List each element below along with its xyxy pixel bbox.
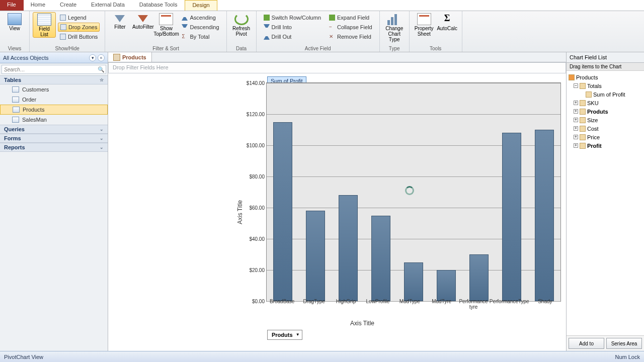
bar-performancetype[interactable] <box>502 133 521 301</box>
field-list-button[interactable]: Field List <box>33 12 56 38</box>
expand-icon[interactable]: + <box>574 143 578 148</box>
y-tick: $60.00 <box>239 205 265 211</box>
descending-icon <box>182 24 188 30</box>
nav-search: 🔍 <box>2 65 106 74</box>
bar-mudtyre[interactable] <box>437 270 456 301</box>
by-total-button[interactable]: ΣBy Total <box>180 32 221 41</box>
cfl-sum-of-profit[interactable]: Sum of Profit <box>568 90 643 99</box>
show-top-icon <box>159 13 173 25</box>
bar-mudtype[interactable] <box>404 262 423 302</box>
cfl-root[interactable]: Products <box>568 73 643 81</box>
y-tick: $0.00 <box>239 299 265 304</box>
show-top-bottom-button[interactable]: Show Top/Bottom <box>154 12 178 37</box>
tab-database-tools[interactable]: Database Tools <box>132 0 185 11</box>
nav-item-customers[interactable]: Customers <box>0 84 108 95</box>
doc-tab-products[interactable]: Products <box>108 52 152 62</box>
y-tick: $20.00 <box>239 267 265 273</box>
filter-drop-zone[interactable]: Drop Filter Fields Here <box>108 62 566 73</box>
by-total-icon: Σ <box>182 34 188 40</box>
nav-header[interactable]: All Access Objects ▾ « <box>0 52 108 63</box>
y-tick: $40.00 <box>239 236 265 242</box>
drill-out-button[interactable]: Drill Out <box>262 32 323 41</box>
switch-row-col-button[interactable]: Switch Row/Column <box>262 13 323 22</box>
bar-performance-tyre[interactable] <box>469 254 489 301</box>
chart-field-list: Chart Field List Drag items to the Chart… <box>566 52 644 351</box>
bar-broadbase[interactable] <box>273 122 292 302</box>
field-icon <box>580 100 586 106</box>
search-icon[interactable]: 🔍 <box>97 65 106 73</box>
bar-highgrip[interactable] <box>339 195 358 301</box>
add-to-button[interactable]: Add to <box>569 338 604 349</box>
nav-dropdown-icon[interactable]: ▾ <box>89 54 96 61</box>
nav-item-products[interactable]: Products <box>0 105 108 115</box>
nav-section-reports[interactable]: Reports⌄ <box>0 143 108 152</box>
expand-field-button[interactable]: Expand Field <box>327 13 374 22</box>
tab-design[interactable]: Design <box>185 0 217 11</box>
legend-toggle[interactable]: Legend <box>58 13 100 22</box>
field-icon <box>580 143 586 149</box>
bar-shady[interactable] <box>535 130 554 301</box>
cfl-field-size[interactable]: +Size <box>568 116 643 124</box>
expand-icon[interactable]: + <box>574 118 578 122</box>
nav-section-forms[interactable]: Forms⌄ <box>0 134 108 143</box>
ascending-button[interactable]: Ascending <box>180 13 221 22</box>
collapse-icon[interactable]: − <box>574 83 578 88</box>
cfl-field-sku[interactable]: +SKU <box>568 99 643 107</box>
cfl-field-produts[interactable]: +Produts <box>568 107 643 116</box>
autocalc-button[interactable]: ΣAutoCalc <box>436 12 459 31</box>
legend-icon <box>60 15 66 21</box>
ribbon: View Views Field List Legend Drop Zones … <box>0 11 644 52</box>
pivot-chart[interactable]: Sum of Profit Axis Title $0.00$20.00$40.… <box>108 73 566 351</box>
chart-type-icon <box>387 13 401 25</box>
x-label: DragType <box>298 299 330 310</box>
cfl-totals[interactable]: −Totals <box>568 81 643 90</box>
expand-icon[interactable]: + <box>574 126 578 131</box>
x-label: LowProfile <box>362 299 393 310</box>
document-tabs: Products <box>108 52 566 62</box>
status-bar: PivotChart View Num Lock <box>0 351 644 362</box>
series-area-button[interactable]: Series Area <box>606 338 642 349</box>
remove-field-button[interactable]: ✕Remove Field <box>327 32 374 41</box>
group-tools-label: Tools <box>413 45 459 52</box>
nav-collapse-icon[interactable]: « <box>98 54 105 61</box>
change-chart-type-button[interactable]: Change Chart Type <box>383 12 406 42</box>
nav-item-salesman[interactable]: SalesMan <box>0 115 108 125</box>
x-label: Performance tyre <box>457 299 489 310</box>
bar-lowprofile[interactable] <box>371 216 390 302</box>
category-axis-dropdown[interactable]: Produts <box>267 330 302 340</box>
descending-button[interactable]: Descending <box>180 23 221 32</box>
nav-header-label: All Access Objects <box>3 55 48 61</box>
cfl-field-cost[interactable]: +Cost <box>568 124 643 133</box>
y-tick: $100.00 <box>239 143 265 148</box>
tab-file[interactable]: File <box>0 0 24 11</box>
totals-icon <box>580 83 586 89</box>
nav-item-order[interactable]: Order <box>0 95 108 105</box>
drill-into-button[interactable]: Drill Into <box>262 23 323 32</box>
nav-section-tables[interactable]: Tables☆ <box>0 75 108 84</box>
x-axis-title[interactable]: Axis Title <box>239 320 486 327</box>
cfl-field-price[interactable]: +Price <box>568 133 643 141</box>
expand-icon[interactable]: + <box>574 135 578 139</box>
collapse-field-button[interactable]: −Collapse Field <box>327 23 374 32</box>
drop-zones-toggle[interactable]: Drop Zones <box>58 23 100 32</box>
tab-create[interactable]: Create <box>53 0 84 11</box>
drill-buttons-icon <box>60 34 66 40</box>
refresh-pivot-button[interactable]: Refresh Pivot <box>230 12 253 37</box>
tab-home[interactable]: Home <box>24 0 53 11</box>
search-input[interactable] <box>2 65 97 73</box>
property-sheet-button[interactable]: Property Sheet <box>413 12 436 37</box>
bar-dragtype[interactable] <box>306 211 325 301</box>
autofilter-button[interactable]: AutoFilter <box>131 12 154 30</box>
x-label: PerformanceType <box>490 299 529 310</box>
filter-button[interactable]: Filter <box>108 12 131 30</box>
view-button[interactable]: View <box>3 12 26 31</box>
autofilter-icon <box>138 15 148 22</box>
nav-section-queries[interactable]: Queries⌄ <box>0 125 108 134</box>
drill-buttons-toggle[interactable]: Drill Buttons <box>58 32 100 41</box>
tab-external-data[interactable]: External Data <box>84 0 132 11</box>
group-showhide-label: Show/Hide <box>33 45 102 52</box>
cfl-field-profit[interactable]: +Profit <box>568 141 643 150</box>
expand-icon[interactable]: + <box>574 101 578 105</box>
group-activefield-label: Active Field <box>260 45 376 52</box>
expand-icon[interactable]: + <box>574 109 578 114</box>
